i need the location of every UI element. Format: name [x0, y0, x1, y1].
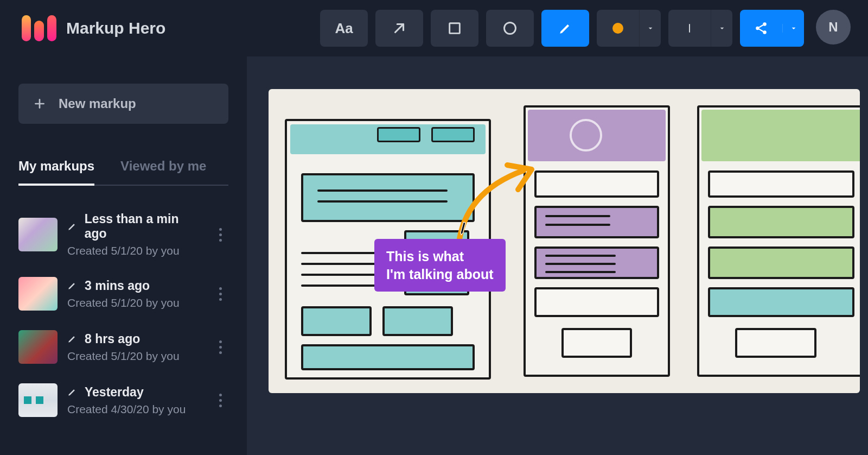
arrow-icon: [391, 20, 407, 36]
pen-icon: [67, 334, 78, 344]
markup-list-item[interactable]: Yesterday Created 4/30/20 by you: [18, 374, 228, 427]
markup-title: Less than a min ago: [85, 212, 202, 241]
text-tool-button[interactable]: Aa: [320, 10, 368, 47]
new-markup-button[interactable]: New markup: [18, 84, 228, 124]
text-annotation[interactable]: This is what I'm talking about: [374, 239, 506, 292]
stroke-width-button[interactable]: [668, 10, 732, 47]
markup-title: 8 hrs ago: [85, 332, 140, 346]
markup-item-menu-button[interactable]: [212, 390, 228, 410]
rectangle-tool-button[interactable]: [431, 10, 478, 47]
ellipse-tool-button[interactable]: [486, 10, 534, 47]
circle-icon: [502, 21, 518, 36]
square-icon: [447, 21, 462, 36]
markup-subtitle: Created 5/1/20 by you: [67, 244, 202, 257]
markup-title: 3 mins ago: [85, 279, 150, 293]
color-picker-button[interactable]: [597, 10, 661, 47]
chevron-down-icon: [782, 24, 804, 33]
plus-icon: [33, 97, 47, 111]
avatar-initial: N: [828, 20, 838, 35]
user-avatar[interactable]: N: [816, 10, 851, 45]
svg-point-2: [505, 23, 516, 34]
share-button[interactable]: [740, 10, 804, 47]
color-swatch-icon: [597, 10, 639, 47]
app-logo[interactable]: Markup Hero: [22, 15, 165, 41]
logo-mark-icon: [22, 15, 56, 41]
markup-list-item[interactable]: Less than a min ago Created 5/1/20 by yo…: [18, 202, 228, 267]
main-area: New markup My markups Viewed by me Less …: [0, 56, 868, 455]
pen-icon: [67, 387, 78, 397]
top-toolbar: Markup Hero Aa: [0, 0, 868, 56]
sidebar: New markup My markups Viewed by me Less …: [0, 56, 247, 455]
markup-list-item[interactable]: 8 hrs ago Created 5/1/20 by you: [18, 320, 228, 374]
markup-subtitle: Created 4/30/20 by you: [67, 403, 202, 416]
canvas-area: This is what I'm talking about: [247, 56, 868, 455]
markup-title: Yesterday: [85, 385, 144, 400]
markup-list-item[interactable]: 3 mins ago Created 5/1/20 by you: [18, 267, 228, 320]
markup-list: Less than a min ago Created 5/1/20 by yo…: [18, 202, 228, 427]
text-tool-label: Aa: [335, 20, 353, 37]
svg-point-7: [763, 30, 767, 34]
markup-thumbnail: [18, 218, 58, 251]
svg-line-0: [395, 24, 404, 33]
markup-thumbnail: [18, 277, 58, 311]
pen-tool-button[interactable]: [541, 10, 589, 47]
markup-subtitle: Created 5/1/20 by you: [67, 350, 202, 363]
tool-row: Aa: [320, 10, 851, 47]
markup-item-menu-button[interactable]: [212, 284, 228, 304]
stroke-line-icon: [668, 10, 711, 47]
pen-icon: [67, 222, 78, 231]
share-icon: [740, 21, 782, 35]
pen-icon: [67, 281, 78, 290]
new-markup-label: New markup: [59, 96, 136, 111]
markup-item-menu-button[interactable]: [212, 337, 228, 357]
markup-subtitle: Created 5/1/20 by you: [67, 296, 202, 309]
markup-thumbnail: [18, 330, 58, 364]
app-title: Markup Hero: [66, 19, 165, 37]
svg-point-6: [756, 27, 760, 30]
sidebar-tabs: My markups Viewed by me: [18, 159, 228, 186]
svg-point-5: [763, 22, 767, 26]
pen-icon: [558, 21, 572, 35]
arrow-tool-button[interactable]: [375, 10, 423, 47]
chevron-down-icon: [711, 10, 732, 47]
chevron-down-icon: [639, 10, 661, 47]
markup-thumbnail: [18, 383, 58, 417]
markup-item-menu-button[interactable]: [212, 225, 228, 245]
svg-point-3: [612, 23, 623, 34]
svg-rect-1: [450, 23, 460, 34]
tab-my-markups[interactable]: My markups: [18, 159, 94, 186]
canvas-image[interactable]: This is what I'm talking about: [269, 89, 860, 393]
tab-viewed-by-me[interactable]: Viewed by me: [120, 159, 206, 186]
